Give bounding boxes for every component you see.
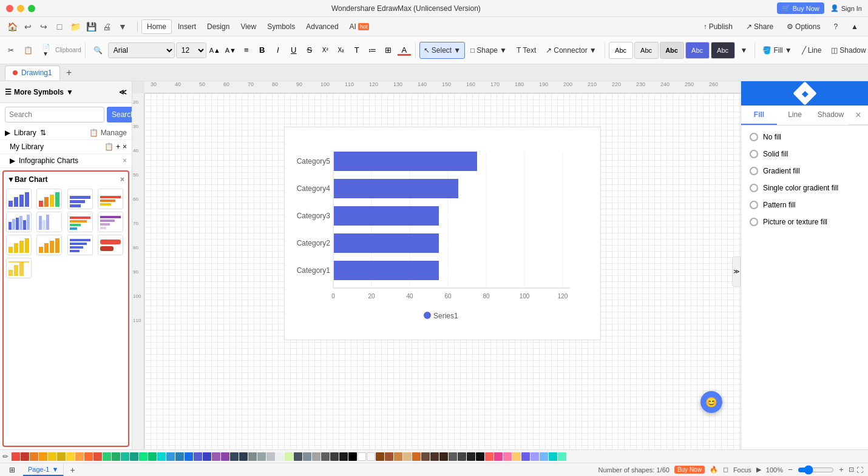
- bar-category2[interactable]: [334, 233, 439, 253]
- page-tab-dropdown[interactable]: ▼: [52, 466, 58, 473]
- search-button[interactable]: Search: [107, 107, 132, 122]
- chart-thumb-1[interactable]: [6, 189, 32, 209]
- color-swatch-49[interactable]: [458, 452, 466, 461]
- my-library-add-icon[interactable]: +: [116, 142, 120, 151]
- chart-thumb-6[interactable]: [36, 212, 62, 232]
- sign-in-button[interactable]: 👤 Sign In: [830, 4, 862, 12]
- color-swatch-9[interactable]: [93, 452, 102, 461]
- pattern-fill-option[interactable]: Pattern fill: [746, 198, 863, 212]
- library-add-icon[interactable]: 📋: [89, 129, 98, 137]
- font-size-selector[interactable]: 12: [176, 42, 206, 58]
- chart-thumb-2[interactable]: [36, 189, 62, 209]
- color-swatch-28[interactable]: [266, 452, 275, 461]
- color-swatch-15[interactable]: [148, 452, 157, 461]
- bar-category1[interactable]: [334, 261, 439, 280]
- color-swatch-39[interactable]: [367, 452, 375, 461]
- infographic-charts-row[interactable]: ▶ Infographic Charts ×: [0, 154, 132, 168]
- menu-ai[interactable]: AI hot: [345, 20, 375, 33]
- save-btn[interactable]: 💾: [84, 19, 98, 34]
- style-abc-5[interactable]: Abc: [711, 42, 735, 59]
- page-1-tab[interactable]: Page-1 ▼: [23, 463, 64, 476]
- font-color-btn[interactable]: A: [397, 43, 412, 58]
- expand-right-panel-btn[interactable]: ≫: [732, 256, 741, 287]
- my-library-copy-icon[interactable]: 📋: [104, 142, 114, 151]
- color-swatch-11[interactable]: [112, 452, 120, 461]
- fullscreen-btn[interactable]: ⛶: [856, 466, 863, 474]
- chart-thumb-13[interactable]: [6, 258, 32, 278]
- ai-assistant-fab[interactable]: 😊: [700, 391, 722, 413]
- drawing1-tab[interactable]: Drawing1: [5, 65, 60, 80]
- fill-tab[interactable]: Fill: [741, 106, 777, 125]
- color-swatch-50[interactable]: [467, 452, 475, 461]
- color-swatch-26[interactable]: [248, 452, 257, 461]
- text-style-btn[interactable]: T: [350, 43, 364, 58]
- underline-btn[interactable]: U: [287, 43, 301, 58]
- font-search-btn[interactable]: 🔍: [89, 42, 107, 59]
- focus-btn[interactable]: Focus: [733, 466, 751, 474]
- color-swatch-5[interactable]: [57, 452, 66, 461]
- chart-thumb-7[interactable]: [67, 212, 93, 232]
- color-swatch-38[interactable]: [358, 452, 366, 461]
- indent-btn[interactable]: ⊞: [381, 43, 396, 58]
- menu-share[interactable]: ↗Share: [741, 20, 778, 33]
- color-swatch-22[interactable]: [212, 452, 220, 461]
- strikethrough-btn[interactable]: S: [302, 43, 317, 58]
- search-input[interactable]: [5, 107, 104, 122]
- gradient-fill-option[interactable]: Gradient fill: [746, 164, 863, 178]
- color-swatch-37[interactable]: [348, 452, 357, 461]
- redo-btn[interactable]: ↪: [36, 19, 51, 34]
- chart-thumb-3[interactable]: [67, 189, 93, 209]
- decrease-font-btn[interactable]: A▼: [223, 43, 238, 58]
- bar-chart-container[interactable]: Category5 Category4 Category3 Category2 …: [284, 127, 601, 340]
- maximize-window-btn[interactable]: [28, 5, 35, 12]
- chart-thumb-10[interactable]: [36, 235, 62, 255]
- color-swatch-0[interactable]: [12, 452, 20, 461]
- buy-now-button[interactable]: 🛒 Buy Now: [777, 2, 824, 14]
- no-fill-option[interactable]: No fill: [746, 130, 863, 144]
- color-swatch-27[interactable]: [257, 452, 266, 461]
- copy-btn[interactable]: 📋: [19, 42, 37, 59]
- style-abc-1[interactable]: Abc: [609, 42, 633, 59]
- more-btn[interactable]: ▼: [115, 19, 130, 34]
- color-swatch-58[interactable]: [540, 452, 548, 461]
- bar-category4[interactable]: [334, 179, 458, 198]
- color-swatch-13[interactable]: [130, 452, 138, 461]
- color-swatch-17[interactable]: [166, 452, 175, 461]
- paste-btn[interactable]: 📄▼: [38, 42, 54, 59]
- add-tab-btn[interactable]: +: [63, 66, 76, 79]
- window-controls[interactable]: [6, 5, 35, 12]
- menu-design[interactable]: Design: [202, 20, 234, 33]
- subscript-btn[interactable]: X₂: [334, 43, 348, 58]
- color-pen-icon[interactable]: ✏: [2, 452, 8, 461]
- my-library-close-icon[interactable]: ×: [123, 142, 127, 151]
- style-abc-4[interactable]: Abc: [685, 42, 710, 59]
- color-swatch-8[interactable]: [84, 452, 93, 461]
- my-library-row[interactable]: My Library 📋 + ×: [0, 140, 132, 154]
- color-swatch-3[interactable]: [39, 452, 47, 461]
- color-swatch-1[interactable]: [21, 452, 29, 461]
- color-swatch-57[interactable]: [531, 452, 539, 461]
- chart-thumb-5[interactable]: [6, 212, 32, 232]
- color-swatch-21[interactable]: [203, 452, 211, 461]
- diamond-icon[interactable]: ◆: [793, 81, 817, 106]
- connector-tool-btn[interactable]: ↗ Connector ▼: [541, 42, 600, 59]
- picture-texture-fill-option[interactable]: Picture or texture fill: [746, 215, 863, 229]
- undo-btn[interactable]: ↩: [21, 19, 35, 34]
- color-swatch-30[interactable]: [285, 452, 293, 461]
- color-swatch-23[interactable]: [221, 452, 229, 461]
- close-right-panel-btn[interactable]: ×: [849, 106, 868, 125]
- help-btn[interactable]: ?: [829, 20, 843, 33]
- minimize-window-btn[interactable]: [17, 5, 24, 12]
- align-btn[interactable]: ≡: [239, 43, 254, 58]
- buy-now-badge[interactable]: Buy Now: [674, 466, 705, 474]
- color-swatch-35[interactable]: [330, 452, 339, 461]
- manage-btn[interactable]: Manage: [101, 129, 127, 137]
- collapse-btn[interactable]: ▲: [846, 20, 863, 33]
- color-swatch-60[interactable]: [558, 452, 566, 461]
- color-swatch-29[interactable]: [276, 452, 284, 461]
- color-swatch-24[interactable]: [230, 452, 239, 461]
- bold-btn[interactable]: B: [255, 43, 270, 58]
- color-swatch-31[interactable]: [294, 452, 302, 461]
- add-page-btn[interactable]: +: [67, 465, 77, 475]
- color-swatch-43[interactable]: [403, 452, 412, 461]
